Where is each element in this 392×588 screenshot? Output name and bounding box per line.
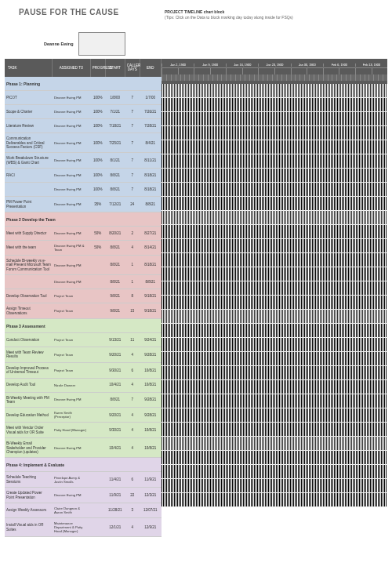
- task-row: Create Updated Power Point PresentationD…: [5, 488, 162, 503]
- task-assigned: Project Team: [53, 347, 90, 363]
- task-row: Communication Deliverables and Critical …: [5, 133, 162, 153]
- task-start: 7/1/21: [105, 105, 125, 119]
- task-end: 12/07/21: [140, 503, 161, 517]
- legend-label: Deanne Ewing: [44, 42, 74, 46]
- task-days: 4: [125, 438, 140, 458]
- task-assigned: Deanne Ewing PM: [53, 105, 90, 119]
- gantt-row: [162, 253, 387, 267]
- task-days: 15: [125, 303, 140, 319]
- timeline-month: Jan 9, 1900: [194, 64, 226, 67]
- task-name: Meet with Supply Director: [5, 227, 53, 241]
- task-days: 1: [125, 256, 140, 275]
- task-progress: 100%: [90, 153, 105, 169]
- gantt-row: [162, 239, 387, 253]
- task-assigned: Deanne Ewing PM: [53, 488, 90, 503]
- legend-box: [78, 32, 125, 56]
- header-note: PROJECT TIMELINE chart block (Tips: Clic…: [165, 9, 293, 20]
- task-progress: [90, 438, 105, 458]
- task-progress: [90, 333, 105, 347]
- gantt-rows: [162, 84, 387, 507]
- task-name: PICOT: [5, 91, 53, 105]
- task-name: Literature Review: [5, 119, 53, 133]
- timeline-month: Feb 6, 1900: [323, 64, 355, 67]
- gantt-phase-row: [162, 437, 387, 451]
- col-days: CALLER DAYS: [125, 59, 140, 77]
- task-end: 9/28/21: [140, 347, 161, 363]
- timeline-week: [210, 68, 227, 74]
- task-progress: [90, 408, 105, 423]
- task-assigned: Maintenance Department & Patty Hood (Man…: [53, 518, 90, 537]
- phase-title: Phase 3 Assessment: [5, 319, 162, 333]
- col-assigned: ASSIGNED TO: [53, 59, 90, 77]
- task-start: 11/28/21: [105, 503, 125, 517]
- task-end: 10/8/21: [140, 378, 161, 392]
- phase-row: Phase 2 Develop the Team: [5, 212, 162, 227]
- task-assigned: Project Team: [53, 289, 90, 303]
- task-end: 9/28/21: [140, 392, 161, 408]
- gantt-phase-row: [162, 310, 387, 324]
- timeline-day: [383, 74, 387, 81]
- task-end: 7/26/21: [140, 105, 161, 119]
- task-days: 4: [125, 518, 140, 537]
- task-row: Meet with Vendor Order Visual aids for O…: [5, 423, 162, 438]
- task-start: 9/13/21: [105, 333, 125, 347]
- task-assigned: Project Team: [53, 362, 90, 378]
- task-days: 4: [125, 423, 140, 438]
- task-name: Meet with Team Review Results: [5, 347, 53, 363]
- phase-row: Phase 3 Assessment: [5, 319, 162, 333]
- gantt-row: [162, 267, 387, 281]
- task-assigned: Deanne Ewing PM: [53, 133, 90, 153]
- col-end: END: [140, 59, 161, 77]
- task-days: 7: [125, 119, 140, 133]
- task-days: 4: [125, 241, 140, 256]
- task-assigned: Patty Hood (Manager): [53, 423, 90, 438]
- gantt-row: [162, 281, 387, 296]
- task-start: 8/8/21: [105, 241, 125, 256]
- gantt-row: [162, 112, 387, 126]
- task-start: 1/8/00: [105, 91, 125, 105]
- task-name: Develop Education Method: [5, 408, 53, 423]
- task-row: Deanne Ewing PM8/8/2118/8/21: [5, 275, 162, 289]
- sheet: TASK ASSIGNED TO PROGRESS START CALLER D…: [5, 59, 387, 537]
- task-progress: 100%: [90, 133, 105, 153]
- col-progress: PROGRESS: [90, 59, 105, 77]
- timeline-months: Jan 2, 1900Jan 9, 1900Jan 16, 1900Jan 23…: [162, 59, 387, 68]
- task-days: 1: [125, 275, 140, 289]
- task-end: 8/18/21: [140, 169, 161, 183]
- task-end: 8/18/21: [140, 256, 161, 275]
- task-progress: 100%: [90, 105, 105, 119]
- task-row: Schedule Bi-weekly vs e-mail Present Mic…: [5, 256, 162, 275]
- legend: Deanne Ewing: [44, 32, 387, 56]
- task-days: 24: [125, 197, 140, 212]
- task-progress: [90, 347, 105, 363]
- task-days: 3: [125, 503, 140, 517]
- gantt-row: [162, 126, 387, 140]
- task-assigned: Deanne Ewing PM: [53, 183, 90, 197]
- task-progress: [90, 256, 105, 275]
- task-end: 9/18/21: [140, 289, 161, 303]
- task-start: 8/8/21: [105, 183, 125, 197]
- task-name: Assign Weekly Assessors: [5, 503, 53, 517]
- task-days: 7: [125, 169, 140, 183]
- task-days: 7: [125, 91, 140, 105]
- task-row: PM Power Point PresentationDeanne Ewing …: [5, 197, 162, 212]
- timeline-week: [242, 68, 259, 74]
- task-progress: [90, 378, 105, 392]
- timeline-week: [258, 68, 274, 74]
- gantt-row: [162, 98, 387, 112]
- gantt-row: [162, 296, 387, 310]
- task-assigned: Claire Dungeon & Aaron Smith: [53, 503, 90, 517]
- task-days: 7: [125, 133, 140, 153]
- phase-title: Phase 4: Implement & Evaluate: [5, 458, 162, 472]
- gantt-phase-row: [162, 84, 387, 98]
- task-end: 9/28/21: [140, 408, 161, 423]
- task-end: 8/11/21: [140, 153, 161, 169]
- task-start: 11/4/21: [105, 472, 125, 488]
- timeline-month: Jan 30, 1900: [291, 64, 323, 67]
- task-end: 10/8/21: [140, 423, 161, 438]
- gantt-row: [162, 408, 387, 423]
- task-start: 9/20/21: [105, 408, 125, 423]
- task-progress: [90, 472, 105, 488]
- task-assigned: Deanne Ewing PM: [53, 256, 90, 275]
- subtitle-2: (Tips: Click on the Data to block markin…: [165, 15, 293, 20]
